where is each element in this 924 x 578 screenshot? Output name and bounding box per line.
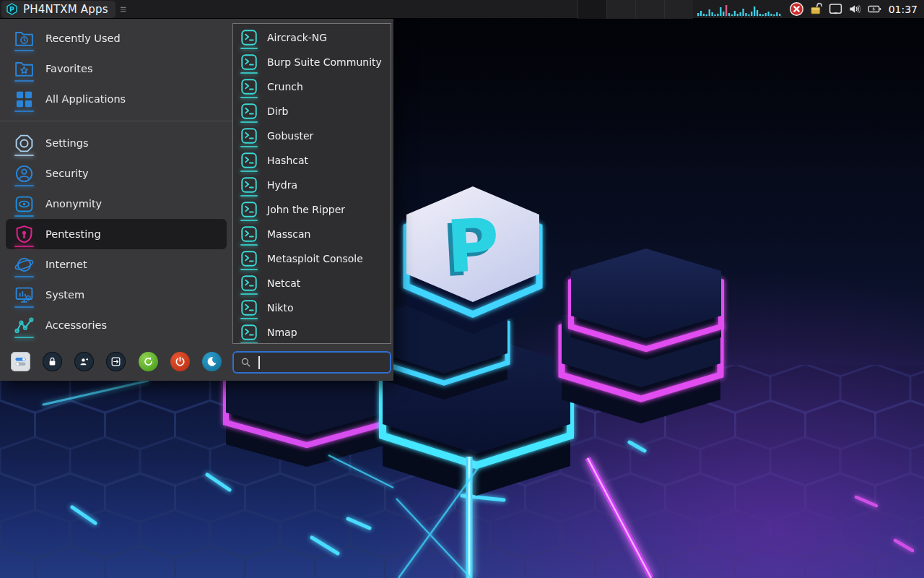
terminal-icon [240, 274, 258, 293]
app-label: Dirb [267, 105, 288, 117]
suspend-icon [206, 355, 218, 368]
category-all-applications[interactable]: All Applications [6, 84, 227, 114]
app-label: Crunch [267, 81, 303, 92]
category-label: Security [45, 168, 89, 179]
menu-label: PH4NTXM Apps [23, 3, 108, 16]
app-john-the-ripper[interactable]: John the Ripper [233, 197, 391, 222]
lock-screen-button[interactable] [43, 352, 62, 371]
app-label: Netcat [267, 277, 300, 289]
security-icon [14, 163, 35, 184]
folder-star-icon [14, 59, 35, 79]
svg-text:P: P [9, 5, 14, 13]
taskbar: P PH4NTXM Apps 01:37 [0, 0, 924, 19]
terminal-icon [240, 249, 258, 268]
category-anonymity[interactable]: Anonymity [6, 189, 227, 219]
app-label: Hydra [267, 179, 297, 191]
panel-handle-icon [118, 4, 128, 14]
app-label: Masscan [267, 228, 310, 240]
suspend-button[interactable] [202, 352, 222, 371]
search-icon [240, 356, 252, 368]
settings-toggles-button[interactable] [11, 352, 30, 371]
category-favorites[interactable]: Favorites [6, 53, 227, 84]
app-hashcat[interactable]: Hashcat [233, 148, 391, 173]
category-label: Favorites [45, 63, 93, 74]
applications-menu-popup: Recently Used Favorites All Applications… [0, 19, 393, 381]
app-crunch[interactable]: Crunch [233, 74, 391, 99]
workspace-switcher [578, 0, 693, 19]
category-system[interactable]: System [6, 280, 227, 310]
display-icon[interactable] [828, 1, 843, 17]
app-label: Gobuster [267, 130, 313, 142]
settings-icon [14, 133, 35, 154]
network-activity-graph-icon[interactable] [697, 1, 783, 17]
app-label: Nikto [267, 302, 294, 314]
switch-user-button[interactable] [74, 352, 94, 371]
app-label: Metasploit Console [267, 253, 363, 264]
terminal-icon [240, 53, 258, 72]
app-aircrack-ng[interactable]: Aircrack-NG [233, 25, 391, 50]
category-label: System [45, 289, 84, 301]
log-out-button[interactable] [106, 352, 126, 371]
log-out-icon [110, 355, 122, 368]
workspace-1[interactable] [578, 0, 606, 19]
settings-toggles-icon [13, 354, 28, 369]
category-internet[interactable]: Internet [6, 249, 227, 280]
text-caret [258, 356, 260, 369]
terminal-icon [240, 126, 258, 145]
workspace-4[interactable] [664, 0, 693, 19]
category-label: Settings [45, 137, 88, 149]
app-gobuster[interactable]: Gobuster [233, 124, 391, 148]
category-separator [0, 121, 232, 121]
category-accessories[interactable]: Accessories [6, 310, 227, 340]
clock[interactable]: 01:37 [889, 4, 918, 15]
restart-icon [142, 355, 154, 368]
wallpaper-logo-letter: P [444, 202, 501, 290]
applications-menu-button[interactable]: P PH4NTXM Apps [1, 1, 116, 18]
app-metasploit-console[interactable]: Metasploit Console [233, 246, 391, 271]
terminal-icon [240, 77, 258, 96]
app-netcat[interactable]: Netcat [233, 271, 391, 296]
shut-down-icon [174, 355, 186, 368]
globe-icon [14, 254, 35, 275]
terminal-icon [240, 28, 258, 47]
category-security[interactable]: Security [6, 158, 227, 189]
category-column: Recently Used Favorites All Applications… [0, 19, 232, 381]
workspace-2[interactable] [606, 0, 635, 19]
volume-icon[interactable] [847, 1, 863, 17]
brand-hexagon-logo-icon: P [6, 3, 18, 15]
folder-clock-icon [14, 28, 35, 49]
search-input[interactable] [232, 351, 391, 374]
app-masscan[interactable]: Masscan [233, 222, 391, 246]
category-label: All Applications [45, 93, 126, 105]
category-list: Settings Security Anonymity Pentesting I… [0, 128, 232, 340]
app-label: Burp Suite Community [267, 56, 382, 68]
updates-alert-icon[interactable] [789, 1, 804, 17]
category-recently-used[interactable]: Recently Used [6, 23, 227, 53]
battery-charging-icon[interactable] [867, 1, 882, 17]
app-burp-suite-community[interactable]: Burp Suite Community [233, 50, 391, 74]
app-label: John the Ripper [267, 204, 345, 215]
terminal-icon [240, 200, 258, 219]
session-action-bar [0, 352, 232, 381]
category-label: Accessories [45, 319, 107, 331]
app-nmap[interactable]: Nmap [233, 320, 391, 344]
app-hydra[interactable]: Hydra [233, 173, 391, 197]
category-pentesting[interactable]: Pentesting [6, 219, 227, 249]
terminal-icon [240, 323, 258, 342]
workspace-3[interactable] [635, 0, 664, 19]
category-label: Pentesting [45, 228, 101, 240]
restart-button[interactable] [139, 352, 158, 371]
app-nikto[interactable]: Nikto [233, 296, 391, 320]
app-dirb[interactable]: Dirb [233, 99, 391, 124]
terminal-icon [240, 298, 258, 317]
keyring-unlocked-icon[interactable] [808, 1, 824, 17]
terminal-icon [240, 151, 258, 170]
app-label: Aircrack-NG [267, 32, 327, 43]
category-label: Internet [45, 259, 87, 270]
category-label: Recently Used [45, 33, 121, 44]
category-settings[interactable]: Settings [6, 128, 227, 158]
terminal-icon [240, 102, 258, 121]
shut-down-button[interactable] [170, 352, 190, 371]
application-list: Aircrack-NG Burp Suite Community Crunch … [232, 23, 391, 344]
system-icon [14, 285, 35, 306]
